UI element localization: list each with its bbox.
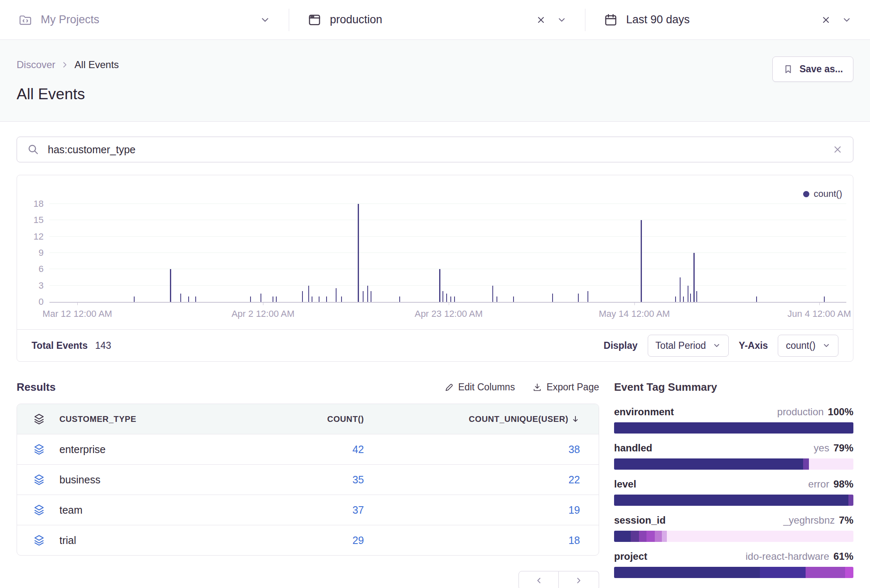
edit-columns-label: Edit Columns bbox=[458, 382, 515, 393]
y-axis-dropdown[interactable]: count() bbox=[778, 335, 838, 357]
environment-clear-icon[interactable] bbox=[536, 15, 546, 25]
chart-bar bbox=[587, 291, 588, 302]
stack-icon bbox=[33, 443, 59, 456]
chart-bar bbox=[492, 286, 493, 302]
count-cell-link[interactable]: 42 bbox=[352, 443, 364, 456]
table-row[interactable]: business3522 bbox=[17, 464, 599, 495]
chart-bar bbox=[399, 296, 400, 302]
tag-bar-segment bbox=[631, 531, 639, 542]
tag-bar-segment bbox=[614, 495, 848, 506]
pagination bbox=[17, 571, 599, 588]
chart-bar bbox=[302, 291, 303, 302]
sort-descending-arrow-icon bbox=[571, 414, 580, 424]
tag-label-row: environmentproduction100% bbox=[614, 406, 853, 418]
project-selector[interactable]: My Projects bbox=[0, 0, 289, 39]
tag-summary-item: environmentproduction100% bbox=[614, 406, 853, 434]
tag-value: yes bbox=[814, 442, 829, 454]
customer-type-cell: team bbox=[59, 504, 231, 516]
tag-distribution-bar[interactable] bbox=[614, 422, 853, 434]
table-row[interactable]: enterprise4238 bbox=[17, 434, 599, 464]
date-range-clear-icon[interactable] bbox=[821, 15, 831, 25]
pagination-previous-button[interactable] bbox=[519, 571, 559, 588]
tag-distribution-bar[interactable] bbox=[614, 567, 853, 578]
table-row[interactable]: team3719 bbox=[17, 495, 599, 525]
chart-bar bbox=[683, 296, 684, 302]
projects-folder-icon bbox=[18, 13, 32, 27]
chart-bar bbox=[552, 294, 553, 302]
export-page-button[interactable]: Export Page bbox=[532, 382, 599, 393]
chart-bar bbox=[824, 296, 825, 302]
edit-columns-button[interactable]: Edit Columns bbox=[444, 382, 515, 393]
display-dropdown[interactable]: Total Period bbox=[648, 335, 729, 357]
project-selector-chevron-down-icon[interactable] bbox=[260, 15, 270, 25]
search-icon bbox=[27, 143, 39, 156]
tag-name[interactable]: project bbox=[614, 551, 647, 562]
environment-chevron-down-icon[interactable] bbox=[557, 15, 567, 25]
chart-gridline bbox=[49, 203, 846, 204]
y-axis-tick-label: 6 bbox=[39, 264, 44, 274]
date-range-chevron-down-icon[interactable] bbox=[842, 15, 852, 25]
chart-bar bbox=[690, 294, 691, 302]
y-axis-dropdown-value: count() bbox=[786, 340, 816, 351]
chart-bar bbox=[134, 296, 135, 302]
count-unique-cell-link[interactable]: 22 bbox=[568, 474, 580, 486]
chart-bar bbox=[513, 296, 514, 302]
tag-name[interactable]: session_id bbox=[614, 514, 666, 526]
chart-bar bbox=[371, 291, 371, 302]
x-axis-tick-label: May 14 12:00 AM bbox=[599, 309, 670, 319]
chart-plot-area[interactable]: 0369121518Mar 12 12:00 AMApr 2 12:00 AMA… bbox=[49, 204, 846, 303]
search-bar[interactable] bbox=[17, 137, 853, 162]
tag-name[interactable]: environment bbox=[614, 406, 674, 418]
environment-filter[interactable]: production bbox=[289, 0, 585, 39]
chart-gridline bbox=[49, 252, 846, 253]
tag-name[interactable]: level bbox=[614, 478, 636, 490]
search-clear-icon[interactable] bbox=[832, 144, 843, 155]
count-cell-link[interactable]: 29 bbox=[352, 534, 364, 546]
chart-gridline bbox=[49, 220, 846, 220]
chart-bar bbox=[276, 296, 277, 302]
tag-distribution-bar[interactable] bbox=[614, 531, 853, 542]
breadcrumb-discover-link[interactable]: Discover bbox=[17, 59, 55, 71]
x-axis-tick bbox=[819, 302, 820, 305]
tag-distribution-bar[interactable] bbox=[614, 495, 853, 506]
stack-icon bbox=[33, 473, 59, 486]
tag-label-row: session_id_yeghrsbnz7% bbox=[614, 514, 853, 526]
tag-bar-segment bbox=[639, 531, 646, 542]
chart-bar bbox=[326, 296, 327, 302]
count-unique-cell-link[interactable]: 19 bbox=[568, 504, 580, 516]
chart-bar bbox=[358, 204, 359, 302]
tag-name[interactable]: handled bbox=[614, 442, 652, 454]
tag-top-value: production100% bbox=[777, 406, 853, 418]
column-header-customer-type[interactable]: CUSTOMER_TYPE bbox=[59, 414, 231, 424]
count-unique-cell-link[interactable]: 18 bbox=[568, 534, 580, 546]
date-range-label: Last 90 days bbox=[626, 13, 690, 26]
chevron-left-icon bbox=[534, 576, 543, 585]
date-range-filter[interactable]: Last 90 days bbox=[585, 0, 870, 39]
pencil-icon bbox=[444, 382, 454, 392]
column-header-count-unique[interactable]: COUNT_UNIQUE(USER) bbox=[469, 414, 580, 424]
chart-legend: count() bbox=[803, 189, 842, 199]
chart-bar bbox=[450, 296, 451, 302]
y-axis-tick-label: 18 bbox=[34, 198, 44, 209]
tag-percent: 98% bbox=[833, 478, 853, 490]
chart-bar bbox=[336, 288, 337, 302]
save-as-button[interactable]: Save as... bbox=[772, 56, 853, 82]
pagination-next-button[interactable] bbox=[559, 571, 599, 588]
count-cell-link[interactable]: 37 bbox=[352, 504, 364, 516]
chart-bar bbox=[439, 269, 440, 302]
tag-bar-segment bbox=[760, 567, 805, 578]
search-input[interactable] bbox=[47, 143, 825, 156]
events-chart-card: count() 0369121518Mar 12 12:00 AMApr 2 1… bbox=[17, 175, 853, 362]
total-events-value: 143 bbox=[95, 340, 111, 351]
tag-distribution-bar[interactable] bbox=[614, 458, 853, 470]
chart-bar bbox=[680, 277, 681, 302]
table-row[interactable]: trial2918 bbox=[17, 525, 599, 555]
results-section: Results Edit Columns Export Page CUSTOME… bbox=[17, 380, 599, 588]
main-content: count() 0369121518Mar 12 12:00 AMApr 2 1… bbox=[0, 122, 870, 588]
column-header-count[interactable]: COUNT() bbox=[327, 414, 364, 424]
count-unique-cell-link[interactable]: 38 bbox=[568, 443, 580, 456]
stack-icon bbox=[33, 504, 59, 516]
count-cell-link[interactable]: 35 bbox=[352, 474, 364, 486]
chart-bar bbox=[308, 286, 309, 302]
tag-label-row: levelerror98% bbox=[614, 478, 853, 490]
